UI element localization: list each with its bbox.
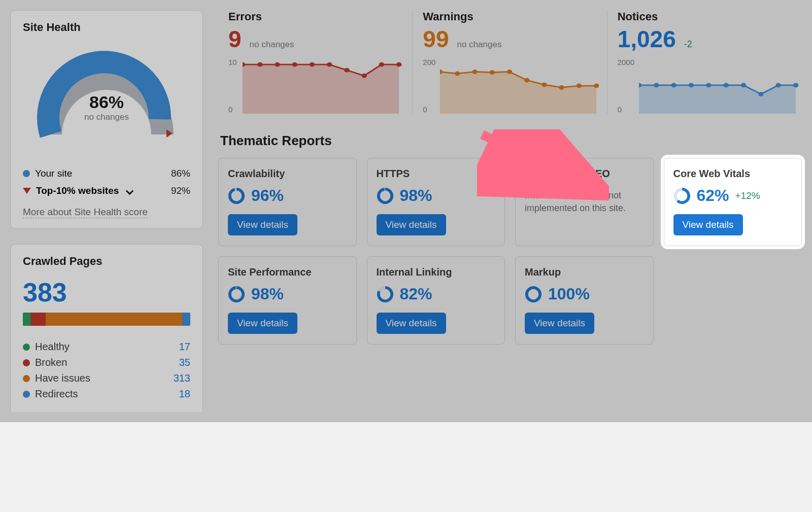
list-value: 313 bbox=[174, 372, 190, 384]
list-value: 18 bbox=[179, 388, 190, 400]
donut-icon bbox=[228, 286, 245, 303]
list-row-healthy[interactable]: Healthy 17 bbox=[23, 339, 190, 355]
list-label: Redirects bbox=[35, 388, 78, 400]
stat-notices-label: Notices bbox=[618, 10, 792, 23]
stat-errors[interactable]: Errors 9 no changes 10 0 bbox=[218, 10, 413, 114]
svg-point-19 bbox=[542, 82, 547, 87]
view-details-button[interactable]: View details bbox=[377, 214, 446, 235]
thematic-reports-title: Thematic Reports bbox=[220, 133, 802, 149]
svg-point-5 bbox=[292, 62, 297, 67]
list-label: Have issues bbox=[35, 372, 90, 384]
svg-point-41 bbox=[230, 287, 243, 300]
seg-healthy bbox=[23, 313, 30, 326]
svg-point-4 bbox=[275, 62, 280, 67]
warnings-chart: 200 0 bbox=[423, 58, 596, 114]
donut-icon bbox=[228, 187, 245, 204]
legend-your-site: Your site 86% bbox=[23, 165, 190, 182]
report-international-seo[interactable]: International SEO International SEO is n… bbox=[515, 158, 654, 246]
view-details-button[interactable]: View details bbox=[228, 214, 297, 235]
stat-errors-value: 9 bbox=[228, 25, 242, 53]
svg-marker-23 bbox=[639, 85, 796, 114]
list-row-redirects[interactable]: Redirects 18 bbox=[23, 386, 190, 402]
seg-redirects bbox=[182, 313, 190, 326]
list-row-issues[interactable]: Have issues 313 bbox=[23, 370, 190, 386]
seg-broken bbox=[30, 313, 46, 326]
report-core-web-vitals-highlight: Core Web Vitals 62% +12% View details bbox=[664, 158, 802, 246]
svg-point-6 bbox=[310, 62, 315, 67]
site-health-gauge: 86% no changes bbox=[23, 43, 190, 155]
view-details-button[interactable]: View details bbox=[673, 214, 743, 235]
svg-point-21 bbox=[577, 84, 582, 88]
svg-point-45 bbox=[527, 287, 540, 300]
report-percent: 100% bbox=[548, 285, 590, 303]
report-site-performance[interactable]: Site Performance 98% View details bbox=[218, 256, 357, 345]
report-title: Markup bbox=[525, 266, 644, 279]
svg-point-27 bbox=[688, 83, 694, 88]
svg-point-14 bbox=[455, 71, 460, 76]
svg-point-15 bbox=[472, 70, 478, 74]
svg-marker-1 bbox=[243, 64, 399, 114]
report-title: Core Web Vitals bbox=[673, 167, 793, 180]
list-row-broken[interactable]: Broken 35 bbox=[23, 355, 190, 370]
stat-notices-value: 1,026 bbox=[618, 25, 676, 53]
svg-point-29 bbox=[723, 83, 729, 88]
stat-warnings-value: 99 bbox=[423, 25, 449, 53]
view-details-button[interactable]: View details bbox=[377, 313, 446, 334]
dot-icon bbox=[23, 344, 30, 351]
donut-icon bbox=[673, 187, 691, 204]
gauge-sub-label: no changes bbox=[84, 112, 129, 122]
seg-issues bbox=[46, 313, 183, 326]
dot-icon bbox=[23, 170, 30, 177]
report-title: International SEO bbox=[525, 167, 644, 180]
report-markup[interactable]: Markup 100% View details bbox=[515, 256, 654, 345]
site-health-card: Site Health 86% no changes Your site 86% bbox=[10, 10, 203, 229]
svg-point-11 bbox=[396, 62, 402, 67]
axis-label: 0 bbox=[423, 105, 427, 114]
report-percent: 98% bbox=[400, 186, 432, 205]
svg-point-20 bbox=[559, 85, 565, 90]
legend-your-site-label: Your site bbox=[35, 168, 72, 179]
report-https[interactable]: HTTPS 98% View details bbox=[367, 158, 505, 246]
svg-point-22 bbox=[594, 84, 599, 88]
axis-label: 0 bbox=[228, 105, 232, 114]
svg-point-18 bbox=[524, 78, 530, 83]
report-title: Internal Linking bbox=[377, 266, 496, 279]
stat-errors-label: Errors bbox=[228, 10, 402, 23]
svg-point-9 bbox=[361, 74, 367, 78]
report-core-web-vitals[interactable]: Core Web Vitals 62% +12% View details bbox=[664, 158, 802, 246]
site-health-title: Site Health bbox=[23, 21, 190, 34]
report-crawlability[interactable]: Crawlability 96% View details bbox=[218, 158, 357, 246]
svg-point-16 bbox=[490, 70, 495, 75]
svg-point-28 bbox=[706, 83, 712, 88]
list-value: 17 bbox=[179, 341, 190, 353]
report-title: Crawlability bbox=[228, 167, 347, 180]
axis-label: 0 bbox=[618, 105, 622, 114]
legend-top10-value: 92% bbox=[171, 185, 190, 196]
more-about-link[interactable]: More about Site Health score bbox=[23, 207, 148, 218]
report-percent: 62% bbox=[697, 186, 729, 205]
report-grid: Crawlability 96% View details HTTPS 98% … bbox=[218, 158, 802, 345]
svg-point-8 bbox=[344, 68, 350, 73]
view-details-button[interactable]: View details bbox=[228, 313, 297, 334]
gauge-percent-label: 86% bbox=[84, 92, 129, 112]
dot-icon bbox=[23, 375, 30, 382]
svg-point-31 bbox=[758, 92, 764, 96]
donut-icon bbox=[377, 286, 394, 303]
stat-warnings-sub: no changes bbox=[457, 40, 502, 50]
legend-top10-label: Top-10% websites bbox=[36, 185, 119, 196]
donut-icon bbox=[525, 286, 542, 303]
stat-warnings[interactable]: Warnings 99 no changes 200 0 bbox=[413, 10, 607, 114]
stats-strip: Errors 9 no changes 10 0 Warnings bbox=[218, 10, 802, 114]
report-description: International SEO is not implemented on … bbox=[525, 189, 644, 215]
stat-notices[interactable]: Notices 1,026 -2 2000 0 bbox=[607, 10, 802, 114]
svg-point-17 bbox=[507, 70, 513, 74]
report-internal-linking[interactable]: Internal Linking 82% View details bbox=[367, 256, 505, 345]
view-details-button[interactable]: View details bbox=[525, 313, 594, 334]
notices-chart: 2000 0 bbox=[618, 58, 792, 114]
list-label: Broken bbox=[35, 357, 67, 368]
errors-chart: 10 0 bbox=[228, 58, 402, 114]
svg-point-25 bbox=[654, 83, 659, 88]
svg-point-35 bbox=[230, 189, 243, 202]
legend-top10[interactable]: Top-10% websites 92% bbox=[23, 182, 190, 199]
report-title: Site Performance bbox=[228, 266, 347, 279]
